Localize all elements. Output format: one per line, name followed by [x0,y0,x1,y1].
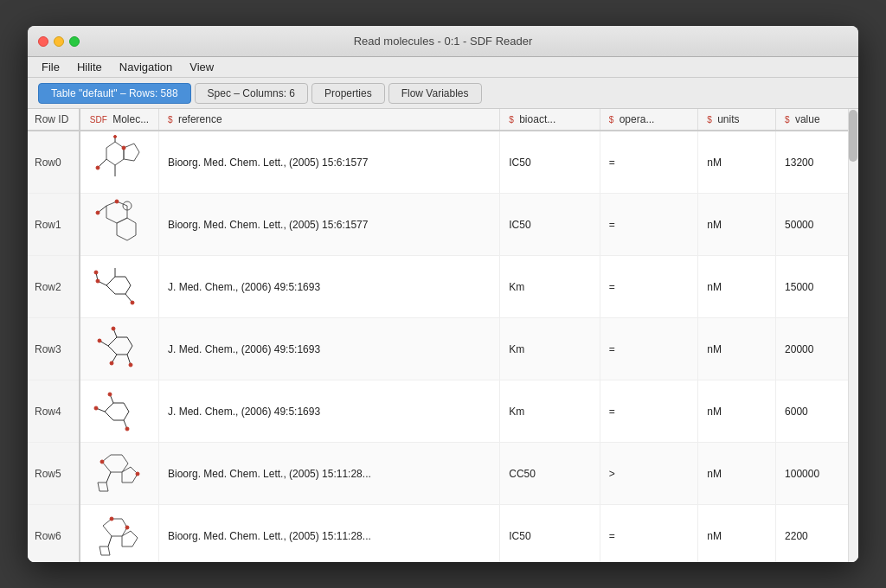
svg-point-50 [94,406,98,410]
table-row[interactable]: Row5 Bioorg. Med. Chem. Lett., (2005) 15… [28,443,858,505]
svg-marker-56 [98,483,108,491]
table-row[interactable]: Row0 Bioorg. Med. Chem. Lett., (2005) 15… [28,131,858,194]
menu-navigation[interactable]: Navigation [112,59,179,75]
toolbar: Table "default" – Rows: 588 Spec – Colum… [28,78,858,109]
table-header-row: Row ID SDF Molec... $ reference $ bioa [28,109,858,131]
cell-bioact: Km [500,256,600,318]
svg-point-5 [122,146,125,150]
svg-marker-9 [117,218,136,240]
scrollbar-track[interactable] [848,109,858,562]
cell-opera: = [600,194,697,256]
cell-molecule [80,380,159,443]
cell-value: 50000 [776,194,858,256]
svg-line-14 [106,277,115,285]
svg-line-19 [106,285,115,294]
cell-bioact: CC50 [500,443,600,505]
cell-bioact: IC50 [500,505,600,563]
minimize-button[interactable] [54,36,64,47]
cell-rowid: Row4 [28,380,80,443]
svg-line-29 [127,337,132,346]
cell-molecule [80,318,159,380]
svg-point-48 [108,393,112,396]
cell-reference: Bioorg. Med. Chem. Lett., (2005) 15:11:2… [159,443,500,505]
tab-properties[interactable]: Properties [311,83,385,104]
svg-marker-59 [103,519,127,536]
svg-point-38 [129,363,132,367]
svg-marker-0 [106,142,124,165]
s-icon-opera: $ [609,115,614,125]
cell-units: nM [698,380,776,443]
cell-opera: = [600,505,697,563]
svg-point-4 [96,166,100,169]
maximize-button[interactable] [69,36,80,47]
menu-view[interactable]: View [183,59,221,75]
svg-point-36 [98,339,101,342]
svg-point-23 [94,271,98,274]
cell-molecule [80,443,159,505]
col-header-opera[interactable]: $ opera... [600,109,697,131]
svg-point-52 [125,427,129,431]
svg-point-7 [114,136,117,138]
cell-value: 20000 [776,318,858,380]
cell-molecule [80,131,159,194]
cell-bioact: IC50 [500,131,600,194]
table-row[interactable]: Row1 Bioorg. Med. Chem. Lett., (2005) 15… [28,194,858,256]
cell-units: nM [698,443,776,505]
cell-units: nM [698,505,776,563]
cell-reference: J. Med. Chem., (2006) 49:5:1693 [159,256,500,318]
cell-bioact: Km [500,380,600,443]
svg-line-55 [106,472,111,483]
svg-line-16 [125,277,131,285]
cell-molecule [80,194,159,256]
table-container[interactable]: Row ID SDF Molec... $ reference $ bioa [28,109,858,562]
cell-rowid: Row2 [28,256,80,318]
table-row[interactable]: Row2 J. Med. Chem., (2006) 49:5:1693 Km … [28,256,858,318]
tab-flow-variables[interactable]: Flow Variables [388,83,482,104]
cell-rowid: Row3 [28,318,80,380]
svg-point-63 [125,526,129,529]
svg-marker-60 [122,531,138,546]
s-icon-units: $ [707,115,712,125]
svg-point-57 [100,460,104,463]
col-header-bioact[interactable]: $ bioact... [500,109,600,131]
table-row[interactable]: Row3 J. Med. Chem., (2006) 49:5:1693 Km [28,318,858,380]
cell-opera: = [600,380,697,443]
col-header-rowid[interactable]: Row ID [28,109,80,131]
svg-line-41 [105,403,113,412]
col-header-value[interactable]: $ value [776,109,858,131]
cell-rowid: Row1 [28,194,80,256]
close-button[interactable] [38,36,48,47]
col-header-reference[interactable]: $ reference [159,109,500,131]
svg-point-64 [110,517,113,521]
col-header-molecule[interactable]: SDF Molec... [80,109,159,131]
svg-marker-1 [124,144,139,161]
table-row[interactable]: Row4 J. Med. Chem., (2006) 49:5:1693 Km … [28,380,858,443]
cell-opera: = [600,131,697,194]
svg-line-46 [105,412,113,420]
cell-reference: Bioorg. Med. Chem. Lett., (2005) 15:11:2… [159,505,500,563]
window-title: Read molecules - 0:1 - SDF Reader [354,35,533,48]
svg-marker-62 [100,546,110,555]
menu-file[interactable]: File [35,59,67,75]
main-window: Read molecules - 0:1 - SDF Reader File H… [28,26,858,562]
menu-hilite[interactable]: Hilite [70,59,109,75]
col-header-units[interactable]: $ units [698,109,776,131]
svg-line-27 [108,337,117,346]
cell-molecule [80,505,159,563]
cell-units: nM [698,256,776,318]
cell-reference: Bioorg. Med. Chem. Lett., (2005) 15:6:15… [159,131,500,194]
s-icon-bioact: $ [509,115,514,125]
cell-bioact: IC50 [500,194,600,256]
svg-line-30 [127,346,132,355]
svg-line-61 [108,536,112,546]
scrollbar-thumb[interactable] [849,110,857,162]
table-row[interactable]: Row6 Bioorg. Med. Chem. Lett., (2005) 15… [28,505,858,563]
tab-spec[interactable]: Spec – Columns: 6 [195,83,308,104]
tab-default[interactable]: Table "default" – Rows: 588 [38,83,191,104]
cell-opera: > [600,443,697,505]
cell-rowid: Row6 [28,505,80,563]
table-content: Row ID SDF Molec... $ reference $ bioa [28,109,858,562]
cell-molecule [80,256,159,318]
cell-value: 13200 [776,131,858,194]
svg-point-24 [96,279,100,283]
